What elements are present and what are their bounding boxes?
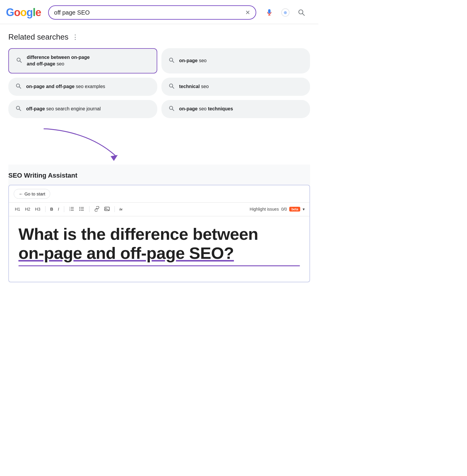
svg-marker-16 [111, 155, 118, 161]
search-icon-6 [169, 105, 174, 113]
related-searches-header: Related searches ⋮ [8, 32, 310, 42]
go-to-start-button[interactable]: ← Go to start [14, 189, 50, 199]
logo-g2: g [26, 6, 33, 19]
h2-button[interactable]: H2 [24, 206, 32, 212]
editor-title-line2: on-page and off-page SEO? [18, 244, 234, 262]
search-icon-3 [15, 83, 21, 90]
google-logo: Google [6, 6, 41, 19]
highlight-issues: Highlight issues 0/0 beta ▾ [250, 207, 305, 212]
suggestion-card-2[interactable]: on-page seo [161, 48, 310, 73]
search-icon-4 [169, 83, 174, 90]
suggestion-text-2: on-page seo [179, 57, 207, 64]
seo-editor-container: ← Go to start H1 H2 H3 B I 1.2.3. [8, 185, 310, 282]
suggestion-card-1[interactable]: difference between on-pageand off-page s… [8, 48, 157, 73]
svg-point-26 [79, 207, 80, 208]
search-action-icons: ⊕ [263, 7, 307, 18]
suggestion-text-4: technical seo [179, 83, 209, 90]
toolbar-sep-1 [45, 206, 45, 212]
header: Google ✕ ⊕ [0, 0, 318, 24]
svg-line-3 [303, 14, 305, 16]
related-searches-title: Related searches [8, 32, 68, 42]
svg-line-9 [19, 87, 21, 88]
seo-editor-nav: ← Go to start [9, 185, 309, 203]
h3-button[interactable]: H3 [34, 206, 42, 212]
suggestion-card-4[interactable]: technical seo [161, 78, 310, 96]
seo-section-title: SEO Writing Assistant [8, 172, 310, 185]
highlight-issues-count: 0/0 [281, 207, 287, 212]
suggestion-text-1: difference between on-pageand off-page s… [27, 54, 90, 68]
suggestions-grid: difference between on-pageand off-page s… [8, 48, 310, 118]
title-underline-bar [18, 265, 300, 266]
search-icon-2 [169, 57, 174, 65]
suggestion-text-5: off-page seo search engine journal [26, 106, 101, 112]
editor-title: What is the difference between on-page a… [18, 225, 300, 263]
unordered-list-button[interactable] [78, 206, 86, 213]
clear-formatting-button[interactable]: Ix [118, 206, 124, 212]
toolbar-sep-2 [64, 206, 64, 212]
logo-o1: o [14, 6, 20, 19]
suggestion-text-6: on-page seo techniques [179, 106, 233, 112]
editor-title-line1: What is the difference between [18, 225, 258, 243]
link-button[interactable] [93, 206, 101, 213]
svg-line-11 [172, 87, 174, 88]
beta-badge: beta [289, 207, 300, 212]
svg-point-28 [79, 210, 80, 211]
editor-content[interactable]: What is the difference between on-page a… [9, 216, 309, 282]
annotation-arrow [8, 126, 310, 165]
suggestion-text-3: on-page and off-page seo examples [26, 83, 105, 90]
toolbar-sep-4 [114, 206, 115, 212]
seo-section: SEO Writing Assistant ← Go to start H1 H… [8, 165, 310, 282]
bold-button[interactable]: B [49, 206, 54, 212]
search-bar: ✕ [48, 5, 256, 20]
svg-text:⊕: ⊕ [284, 10, 287, 15]
ordered-list-button[interactable]: 1.2.3. [68, 206, 76, 213]
clear-search-icon[interactable]: ✕ [245, 9, 250, 16]
search-icon-1 [16, 57, 22, 65]
svg-point-30 [106, 208, 106, 209]
main-content: Related searches ⋮ difference between on… [0, 24, 318, 282]
logo-e: e [35, 6, 41, 19]
suggestion-card-3[interactable]: on-page and off-page seo examples [8, 78, 157, 96]
svg-line-15 [172, 109, 174, 111]
highlight-issues-label: Highlight issues [250, 207, 279, 212]
more-options-icon[interactable]: ⋮ [72, 33, 79, 41]
editor-toolbar: H1 H2 H3 B I 1.2.3. [9, 203, 309, 216]
lens-search-icon[interactable]: ⊕ [279, 7, 291, 18]
h1-button[interactable]: H1 [14, 206, 21, 212]
google-search-icon[interactable] [295, 7, 307, 18]
toolbar-sep-3 [89, 206, 89, 212]
image-button[interactable] [103, 206, 111, 213]
svg-text:3.: 3. [69, 209, 70, 211]
svg-point-27 [79, 208, 80, 209]
voice-search-icon[interactable] [263, 7, 275, 18]
logo-g: G [6, 6, 14, 19]
svg-line-13 [19, 109, 21, 111]
logo-o2: o [20, 6, 26, 19]
italic-button[interactable]: I [57, 206, 60, 212]
suggestion-card-5[interactable]: off-page seo search engine journal [8, 100, 157, 118]
logo-l: l [33, 6, 35, 19]
dropdown-arrow-icon[interactable]: ▾ [303, 207, 305, 212]
svg-line-5 [20, 61, 22, 62]
svg-line-7 [172, 61, 174, 62]
search-icon-5 [15, 105, 21, 113]
suggestion-card-6[interactable]: on-page seo techniques [161, 100, 310, 118]
search-input[interactable] [54, 9, 242, 16]
